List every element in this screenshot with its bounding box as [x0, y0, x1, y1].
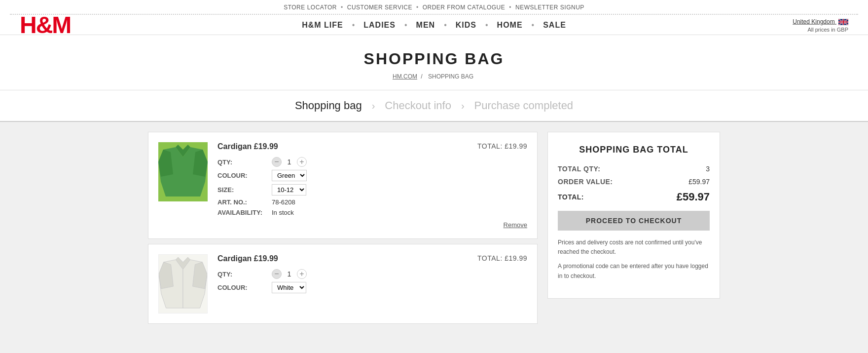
- qty-increase-1[interactable]: +: [297, 157, 307, 167]
- qty-value-1: 1: [286, 158, 293, 166]
- nav-dot-3: •: [509, 4, 511, 11]
- svg-marker-10: [193, 262, 207, 289]
- total-value: £59.97: [677, 191, 710, 203]
- colour-row-2: COLOUR: White: [217, 282, 527, 293]
- colour-select-1[interactable]: Green: [272, 170, 307, 181]
- top-nav: STORE LOCATOR • CUSTOMER SERVICE • ORDER…: [0, 0, 868, 35]
- availability-value-1: In stock: [272, 209, 294, 216]
- page-content: SHOPPING BAG HM.COM / SHOPPING BAG Shopp…: [0, 35, 868, 334]
- item-remove-1: Remove: [217, 221, 527, 229]
- white-cardigan-illustration: [159, 254, 207, 314]
- remove-button-1[interactable]: Remove: [504, 221, 527, 229]
- colour-row-1: COLOUR: Green: [217, 170, 527, 181]
- availability-label-1: AVAILABILITY:: [217, 209, 272, 216]
- breadcrumb-home[interactable]: HM.COM: [393, 73, 417, 80]
- step-arrow-2: ›: [461, 100, 465, 112]
- newsletter-link[interactable]: NEWSLETTER SIGNUP: [515, 4, 584, 11]
- page-title: SHOPPING BAG: [10, 50, 858, 68]
- item-total-2: TOTAL: £19.99: [477, 254, 527, 262]
- step-arrow-1: ›: [372, 100, 375, 112]
- nav-header: H&M H&M LIFE • LADIES • MEN • KIDS • HOM…: [10, 16, 858, 35]
- availability-row-1: AVAILABILITY: In stock: [217, 209, 527, 216]
- order-value-label: ORDER VALUE:: [558, 178, 613, 186]
- colour-select-2[interactable]: White: [272, 282, 306, 293]
- customer-service-link[interactable]: CUSTOMER SERVICE: [347, 4, 412, 11]
- qty-label-1: QTY:: [217, 158, 272, 166]
- cardigan-illustration: [158, 142, 208, 201]
- colour-label-1: COLOUR:: [217, 172, 272, 179]
- proceed-to-checkout-button[interactable]: PROCEED TO CHECKOUT: [558, 211, 710, 231]
- step-checkout-info[interactable]: Checkout info: [385, 99, 451, 112]
- total-qty-value: 3: [706, 165, 710, 173]
- item-details-1: Cardigan £19.99 TOTAL: £19.99 QTY: − 1 +…: [217, 142, 527, 229]
- qty-decrease-2[interactable]: −: [272, 269, 282, 279]
- nav-men[interactable]: MEN: [407, 21, 444, 30]
- size-label-1: SIZE:: [217, 186, 272, 194]
- hm-logo[interactable]: H&M: [20, 12, 71, 38]
- sidebar-title: SHOPPING BAG TOTAL: [558, 145, 710, 155]
- total-qty-label: TOTAL QTY:: [558, 165, 600, 173]
- svg-marker-9: [159, 262, 173, 289]
- qty-row-2: QTY: − 1 +: [217, 269, 527, 279]
- cart-item-2: Cardigan £19.99 TOTAL: £19.99 QTY: − 1 +…: [148, 244, 538, 324]
- store-locator-link[interactable]: STORE LOCATOR: [284, 4, 337, 11]
- cart-item: Cardigan £19.99 TOTAL: £19.99 QTY: − 1 +…: [148, 132, 538, 239]
- item-name-1: Cardigan £19.99: [217, 142, 278, 151]
- nav-ladies[interactable]: LADIES: [355, 21, 404, 30]
- artno-label-1: ART. NO.:: [217, 198, 272, 206]
- sidebar-note-1: Prices and delivery costs are not confir…: [558, 238, 710, 257]
- green-cardigan-image: [158, 142, 208, 201]
- qty-row-1: QTY: − 1 +: [217, 157, 527, 167]
- item-name-price-1: Cardigan £19.99 TOTAL: £19.99: [217, 142, 527, 151]
- flag-icon: [838, 18, 848, 25]
- white-cardigan-image: [158, 254, 208, 314]
- dotted-divider: [10, 14, 858, 15]
- nav-hmlife[interactable]: H&M LIFE: [293, 21, 352, 30]
- item-total-1: TOTAL: £19.99: [477, 142, 527, 150]
- size-select-1[interactable]: 10-12: [272, 184, 306, 196]
- logo-area: H&M: [20, 13, 71, 37]
- region-link[interactable]: United Kingdom: [793, 18, 848, 25]
- step-shopping-bag[interactable]: Shopping bag: [295, 99, 362, 112]
- order-value-value: £59.97: [688, 178, 710, 186]
- top-nav-links: STORE LOCATOR • CUSTOMER SERVICE • ORDER…: [10, 0, 858, 13]
- qty-decrease-1[interactable]: −: [272, 157, 282, 167]
- region-area: United Kingdom All prices in GBP: [793, 18, 848, 33]
- step-purchase-completed: Purchase completed: [474, 99, 574, 112]
- sidebar-note: Prices and delivery costs are not confir…: [558, 238, 710, 281]
- artno-value-1: 78-6208: [272, 198, 295, 206]
- total-row: TOTAL: £59.97: [558, 191, 710, 203]
- item-details-2: Cardigan £19.99 TOTAL: £19.99 QTY: − 1 +…: [217, 254, 527, 314]
- total-label: TOTAL:: [558, 193, 584, 201]
- qty-label-2: QTY:: [217, 271, 272, 278]
- qty-value-2: 1: [286, 270, 293, 278]
- nav-dot-2: •: [416, 4, 419, 11]
- main-layout: Cardigan £19.99 TOTAL: £19.99 QTY: − 1 +…: [138, 122, 730, 334]
- item-name-price-2: Cardigan £19.99 TOTAL: £19.99: [217, 254, 527, 263]
- order-catalogue-link[interactable]: ORDER FROM CATALOGUE: [423, 4, 506, 11]
- total-qty-row: TOTAL QTY: 3: [558, 165, 710, 173]
- sidebar-box: SHOPPING BAG TOTAL TOTAL QTY: 3 ORDER VA…: [547, 132, 720, 299]
- nav-home[interactable]: HOME: [488, 21, 532, 30]
- shopping-bag-header: SHOPPING BAG HM.COM / SHOPPING BAG: [0, 35, 868, 90]
- prices-note: All prices in GBP: [793, 26, 848, 32]
- item-image-2: [158, 254, 208, 314]
- qty-increase-2[interactable]: +: [297, 269, 307, 279]
- breadcrumb-separator: /: [421, 73, 422, 80]
- item-name-2: Cardigan £19.99: [217, 254, 278, 263]
- item-image-1: [158, 142, 208, 229]
- qty-control-2: − 1 +: [272, 269, 307, 279]
- nav-sale[interactable]: SALE: [534, 21, 575, 30]
- breadcrumb: HM.COM / SHOPPING BAG: [10, 73, 858, 80]
- qty-control-1: − 1 +: [272, 157, 307, 167]
- cart-items-list: Cardigan £19.99 TOTAL: £19.99 QTY: − 1 +…: [148, 132, 538, 324]
- size-row-1: SIZE: 10-12: [217, 184, 527, 196]
- colour-label-2: COLOUR:: [217, 284, 272, 291]
- nav-kids[interactable]: KIDS: [447, 21, 485, 30]
- order-value-row: ORDER VALUE: £59.97: [558, 178, 710, 186]
- checkout-steps: Shopping bag › Checkout info › Purchase …: [0, 90, 868, 122]
- breadcrumb-current: SHOPPING BAG: [428, 73, 473, 80]
- sidebar-note-2: A promotional code can be entered after …: [558, 262, 710, 280]
- artno-row-1: ART. NO.: 78-6208: [217, 198, 527, 206]
- cart-sidebar: SHOPPING BAG TOTAL TOTAL QTY: 3 ORDER VA…: [547, 132, 720, 299]
